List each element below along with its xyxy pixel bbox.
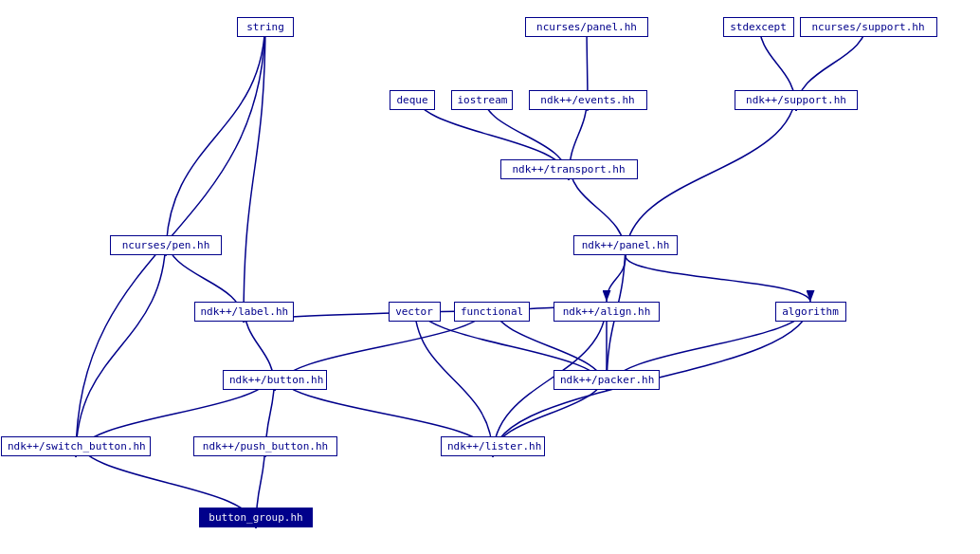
node-ncurses_pen_hh: ncurses/pen.hh [110,235,222,255]
node-ndk_label_hh: ndk++/label.hh [194,302,294,322]
node-vector: vector [389,302,441,322]
node-functional: functional [454,302,530,322]
node-stdexcept: stdexcept [723,17,794,37]
node-ndk_align_hh: ndk++/align.hh [554,302,660,322]
node-ndk_transport_hh: ndk++/transport.hh [500,159,638,179]
node-ndk_events_hh: ndk++/events.hh [529,90,647,110]
node-ndk_switch_button_hh: ndk++/switch_button.hh [1,436,151,456]
node-ndk_packer_hh: ndk++/packer.hh [554,370,660,390]
node-ndk_push_button_hh: ndk++/push_button.hh [193,436,337,456]
node-algorithm: algorithm [775,302,846,322]
node-button_group_hh: button_group.hh [199,508,313,527]
node-deque: deque [390,90,435,110]
node-string: string [237,17,294,37]
node-ndk_lister_hh: ndk++/lister.hh [441,436,545,456]
node-ncurses_support_hh: ncurses/support.hh [800,17,937,37]
node-ndk_support_hh: ndk++/support.hh [735,90,858,110]
node-ncurses_panel_hh: ncurses/panel.hh [525,17,648,37]
node-ndk_button_hh: ndk++/button.hh [223,370,327,390]
node-ndk_panel_hh: ndk++/panel.hh [573,235,678,255]
dependency-graph: stringncurses/panel.hhstdexceptncurses/s… [0,0,980,554]
node-iostream: iostream [451,90,513,110]
graph-arrows [0,0,980,554]
